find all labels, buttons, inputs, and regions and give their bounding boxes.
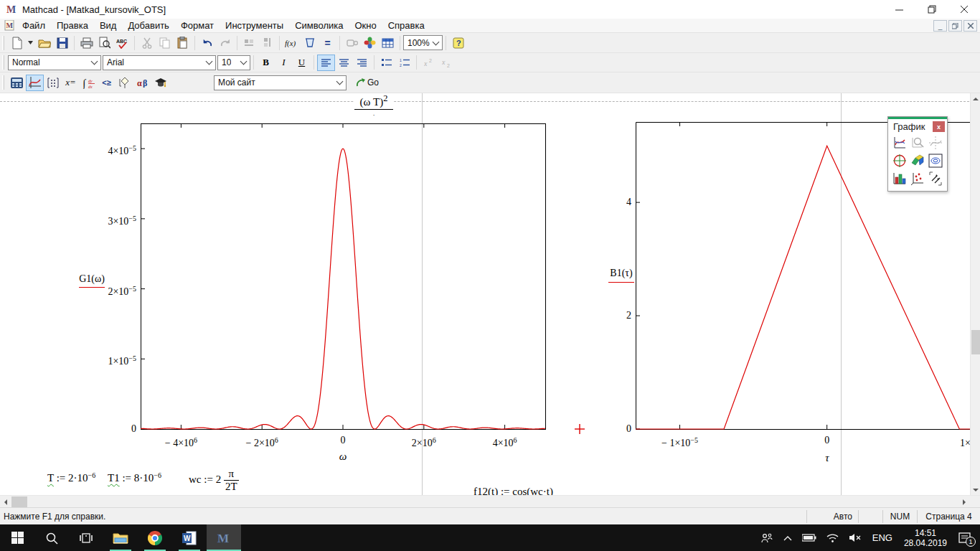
start-button[interactable] [0,524,34,551]
menu-file[interactable]: Файл [17,19,51,32]
graph-toolbar-button[interactable] [26,75,44,91]
cut-button[interactable] [138,34,156,51]
menu-edit[interactable]: Правка [51,19,94,32]
vector-field-plot-button[interactable] [927,171,944,187]
help-button[interactable]: ? [449,34,467,51]
mdi-minimize-button[interactable]: _ [933,20,947,32]
palette-close-button[interactable]: x [933,121,945,132]
menu-tools[interactable]: Инструменты [220,19,289,32]
tray-chevron-up-icon[interactable] [778,535,797,541]
numbered-list-button[interactable]: 12 [395,55,413,71]
italic-button[interactable]: I [275,55,293,71]
go-button[interactable]: Go [351,75,384,91]
scroll-left-arrow[interactable] [0,496,11,508]
contour-plot-button[interactable] [927,153,944,169]
scatter-3d-plot-button[interactable] [909,171,926,187]
toolbar-grip[interactable] [2,75,4,90]
taskbar-mathcad[interactable]: M [207,524,241,551]
scroll-right-arrow[interactable] [958,496,970,508]
greek-toolbar-button[interactable]: αβ [133,75,151,91]
clock[interactable]: 14:51 28.04.2019 [898,528,953,548]
restore-button[interactable] [915,0,948,19]
close-button[interactable] [948,0,980,19]
redo-button[interactable] [216,34,234,51]
boolean-toolbar-button[interactable]: <≥ [98,75,116,91]
menu-symbolics[interactable]: Символика [289,19,349,32]
programming-toolbar-button[interactable] [116,75,133,91]
minimize-button[interactable] [883,0,915,19]
menu-view[interactable]: Вид [94,19,123,32]
toolbar-grip[interactable] [2,55,4,70]
horizontal-scrollbar[interactable] [0,495,980,507]
formula-region-clipped[interactable]: (ω T)2 , [354,93,393,116]
mdi-restore-button[interactable] [948,20,962,32]
evaluation-toolbar-button[interactable]: x= [62,75,80,91]
align-down-button[interactable] [258,34,276,51]
font-select[interactable]: Arial [103,55,216,70]
print-button[interactable] [77,34,95,51]
vertical-scroll-thumb[interactable] [971,330,980,354]
symbolic-toolbar-button[interactable] [151,75,169,91]
taskbar-chrome[interactable] [138,524,172,551]
new-button[interactable] [8,34,26,51]
action-center-icon[interactable]: 1 [953,532,980,544]
trace-plot-button[interactable] [927,135,944,151]
graph-palette[interactable]: График x [887,116,948,192]
resource-select[interactable]: Мой сайт [214,75,347,90]
align-left-button[interactable] [317,55,335,71]
copy-button[interactable] [156,34,174,51]
insert-unit-button[interactable] [301,34,319,51]
menu-help[interactable]: Справка [382,19,430,32]
polar-plot-button[interactable] [891,153,908,169]
bold-button[interactable]: B [257,55,275,71]
insert-component-button[interactable] [361,34,379,51]
horizontal-scroll-thumb[interactable] [11,496,27,507]
taskbar-word[interactable]: W [172,524,207,551]
scroll-down-arrow[interactable] [971,484,980,495]
superscript-button[interactable]: x2 [420,55,438,71]
component-button[interactable] [343,34,361,51]
style-select[interactable]: Normal [8,55,101,70]
wifi-icon[interactable] [821,533,844,542]
spell-check-button[interactable]: ABC [113,34,131,51]
zoom-plot-button[interactable] [909,135,926,151]
calculus-toolbar-button[interactable]: ∫dydx [80,75,98,91]
subscript-button[interactable]: x2 [438,55,456,71]
equation-T1[interactable]: T1 := 8·10−6 [108,471,161,484]
vertical-scrollbar[interactable] [970,93,980,495]
menu-insert[interactable]: Добавить [122,19,174,32]
task-view-button[interactable] [69,524,103,551]
underline-button[interactable]: U [293,55,311,71]
battery-icon[interactable] [797,534,821,542]
language-indicator[interactable]: ENG [867,532,898,543]
calculator-toolbar-button[interactable] [8,75,26,91]
font-size-select[interactable]: 10 [217,55,250,70]
surface-plot-button[interactable] [909,153,926,169]
scroll-up-arrow[interactable] [971,93,980,104]
new-dropdown-arrow[interactable] [26,34,35,51]
bar-3d-plot-button[interactable] [891,171,908,187]
insert-function-button[interactable]: f(x) [283,34,301,51]
equation-wc[interactable]: wc := 2 π2T [189,468,239,493]
equation-T[interactable]: T := 2·10−6 [47,471,95,484]
xy-plot-button[interactable] [891,135,908,151]
align-center-button[interactable] [335,55,353,71]
evaluate-button[interactable]: = [319,34,336,51]
menu-window[interactable]: Окно [349,19,382,32]
align-right-button[interactable] [353,55,371,71]
bullet-list-button[interactable] [377,55,395,71]
taskbar-file-explorer[interactable] [103,524,138,551]
save-button[interactable] [53,34,71,51]
align-across-button[interactable] [240,34,258,51]
worksheet[interactable]: (ω T)2 , G1(ω) ω B1(τ) τ T := 2·10−6 T1 … [0,93,980,495]
paste-button[interactable] [174,34,192,51]
print-preview-button[interactable] [95,34,113,51]
zoom-select[interactable]: 100% [403,35,443,50]
mdi-close-button[interactable] [963,20,977,32]
undo-button[interactable] [198,34,216,51]
insert-table-button[interactable] [379,34,397,51]
volume-muted-icon[interactable] [844,533,867,542]
people-icon[interactable] [755,533,778,543]
toolbar-grip[interactable] [2,36,4,50]
matrix-toolbar-button[interactable] [44,75,62,91]
